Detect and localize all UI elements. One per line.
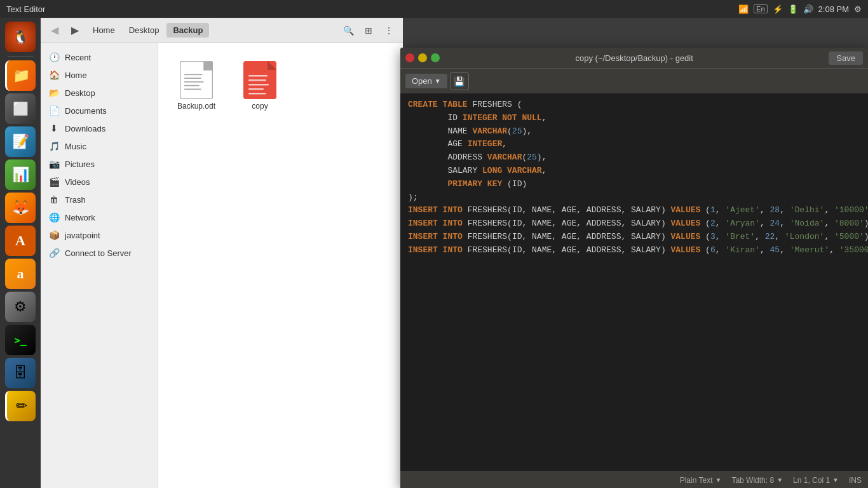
system-menu-icon[interactable]: ⚙ — [854, 4, 862, 14]
top-bar: Text Editor 📶 En ⚡ 🔋 🔊 2:08 PM ⚙ — [0, 0, 868, 18]
window-minimize-button[interactable] — [418, 53, 427, 62]
gedit-open-button[interactable]: Open ▼ — [405, 74, 447, 88]
save-icon: 💾 — [454, 76, 465, 86]
file-item-backup-odt[interactable]: Backup.odt — [171, 56, 222, 116]
code-editor[interactable]: CREATE TABLE FRESHERS ( ID INTEGER NOT N… — [408, 98, 860, 257]
insert-mode-label: INS — [849, 476, 862, 485]
gedit-code-area[interactable]: CREATE TABLE FRESHERS ( ID INTEGER NOT N… — [400, 93, 868, 471]
cursor-position-dropdown-icon: ▼ — [832, 477, 839, 484]
sidebar-item-connect-server[interactable]: 🔗 Connect to Server — [41, 244, 158, 262]
sidebar-item-javatpoint[interactable]: 📦 javatpoint — [41, 226, 158, 244]
gedit-title: copy (~/Desktop/Backup) - gedit — [444, 53, 825, 63]
insert-mode: INS — [849, 476, 862, 485]
sidebar-item-pictures[interactable]: 📷 Pictures — [41, 155, 158, 173]
desktop-icon: 📂 — [48, 88, 60, 98]
videos-icon: 🎬 — [48, 177, 60, 187]
launcher-item-amazon[interactable]: a — [5, 259, 36, 289]
wifi-icon: 📶 — [738, 4, 749, 14]
volume-icon: 🔊 — [803, 4, 813, 14]
tab-width-dropdown-icon: ▼ — [776, 477, 783, 484]
launcher-item-terminal[interactable]: >_ — [5, 325, 36, 355]
tab-width-selector[interactable]: Tab Width: 8 ▼ — [731, 476, 783, 485]
sidebar-label-videos: Videos — [65, 177, 90, 187]
cursor-position[interactable]: Ln 1, Col 1 ▼ — [793, 476, 839, 485]
fm-header-actions: 🔍 ⊞ ⋮ — [339, 22, 398, 39]
launcher-item-ubuntu[interactable]: 🐧 — [5, 22, 36, 52]
svg-rect-5 — [184, 81, 204, 83]
svg-rect-14 — [248, 93, 266, 95]
svg-rect-4 — [184, 78, 201, 79]
sidebar-item-documents[interactable]: 📄 Documents — [41, 102, 158, 119]
file-item-copy[interactable]: copy — [234, 56, 285, 116]
sidebar-label-trash: Trash — [65, 195, 86, 205]
gedit-toolbar: Open ▼ 💾 — [400, 68, 868, 93]
sidebar-label-home: Home — [65, 71, 87, 80]
fm-sidebar: 🕐 Recent 🏠 Home 📂 Desktop 📄 Documents ⬇ — [41, 43, 158, 488]
window-maximize-button[interactable] — [431, 53, 440, 62]
svg-rect-10 — [248, 75, 268, 77]
launcher-item-files[interactable]: 📁 — [5, 60, 36, 91]
sidebar-label-desktop: Desktop — [65, 88, 95, 98]
open-label: Open — [412, 76, 432, 86]
gedit-statusbar: Plain Text ▼ Tab Width: 8 ▼ Ln 1, Col 1 … — [400, 471, 868, 488]
breadcrumb-backup[interactable]: Backup — [166, 23, 209, 37]
launcher-item-firefox[interactable]: 🦊 — [5, 193, 36, 223]
javatpoint-icon: 📦 — [48, 230, 60, 240]
sidebar-item-trash[interactable]: 🗑 Trash — [41, 191, 158, 208]
launcher-item-writer[interactable]: 📝 — [5, 126, 36, 157]
svg-rect-12 — [248, 84, 269, 86]
launcher-item-settings[interactable]: ⚙ — [5, 292, 36, 322]
gedit-save-button[interactable]: Save — [829, 51, 863, 65]
sidebar-item-videos[interactable]: 🎬 Videos — [41, 173, 158, 191]
battery-icon: 🔋 — [788, 4, 798, 14]
music-icon: 🎵 — [48, 141, 60, 151]
sidebar-item-music[interactable]: 🎵 Music — [41, 137, 158, 155]
sidebar-item-network[interactable]: 🌐 Network — [41, 208, 158, 226]
sidebar-label-downloads: Downloads — [65, 124, 105, 133]
nav-back-button[interactable]: ◀ — [46, 22, 64, 39]
fm-content-area: Backup.odt copy — [158, 43, 403, 488]
sidebar-item-recent[interactable]: 🕐 Recent — [41, 48, 158, 66]
launcher-item-system[interactable]: ⬜ — [5, 93, 36, 124]
file-manager-header: ◀ ▶ Home Desktop Backup 🔍 ⊞ ⋮ — [41, 18, 403, 43]
sidebar-label-documents: Documents — [65, 106, 107, 116]
home-icon: 🏠 — [48, 70, 60, 80]
svg-marker-1 — [204, 62, 212, 70]
gedit-window: copy (~/Desktop/Backup) - gedit Save Ope… — [400, 48, 868, 488]
sidebar-label-recent: Recent — [65, 53, 91, 62]
sidebar-item-desktop[interactable]: 📂 Desktop — [41, 84, 158, 102]
svg-rect-3 — [184, 74, 203, 75]
launcher-item-db[interactable]: 🗄 — [5, 358, 36, 388]
documents-icon: 📄 — [48, 105, 60, 116]
sidebar-item-home[interactable]: 🏠 Home — [41, 66, 158, 84]
breadcrumb: Home Desktop Backup — [86, 23, 337, 37]
sidebar-label-javatpoint: javatpoint — [65, 231, 100, 240]
locale-indicator[interactable]: En — [754, 4, 767, 13]
tab-width-label: Tab Width: 8 — [731, 476, 774, 485]
breadcrumb-home[interactable]: Home — [86, 23, 121, 37]
window-close-button[interactable] — [405, 53, 414, 62]
plain-text-dropdown-icon: ▼ — [715, 477, 722, 484]
launcher-item-calc[interactable]: 📊 — [5, 159, 36, 190]
plain-text-selector[interactable]: Plain Text ▼ — [680, 476, 722, 485]
search-button[interactable]: 🔍 — [339, 22, 357, 39]
menu-button[interactable]: ⋮ — [380, 22, 398, 39]
downloads-icon: ⬇ — [48, 123, 60, 133]
sidebar-item-downloads[interactable]: ⬇ Downloads — [41, 119, 158, 137]
app-menu-title[interactable]: Text Editor — [6, 4, 45, 14]
nav-forward-button[interactable]: ▶ — [66, 22, 84, 39]
svg-rect-11 — [248, 79, 266, 81]
cursor-position-label: Ln 1, Col 1 — [793, 476, 830, 485]
gedit-save-icon-button[interactable]: 💾 — [450, 72, 469, 90]
plain-text-label: Plain Text — [680, 476, 713, 485]
top-bar-left: Text Editor — [6, 4, 45, 14]
recent-icon: 🕐 — [48, 52, 60, 62]
launcher-item-font[interactable]: A — [5, 226, 36, 256]
launcher-item-editor[interactable]: ✏ — [5, 391, 36, 421]
clock: 2:08 PM — [818, 4, 849, 14]
sidebar-label-connect-server: Connect to Server — [65, 248, 132, 258]
open-dropdown-icon: ▼ — [435, 78, 441, 85]
breadcrumb-desktop[interactable]: Desktop — [123, 23, 166, 37]
file-name-backup: Backup.odt — [177, 102, 215, 111]
view-toggle-button[interactable]: ⊞ — [360, 22, 377, 39]
